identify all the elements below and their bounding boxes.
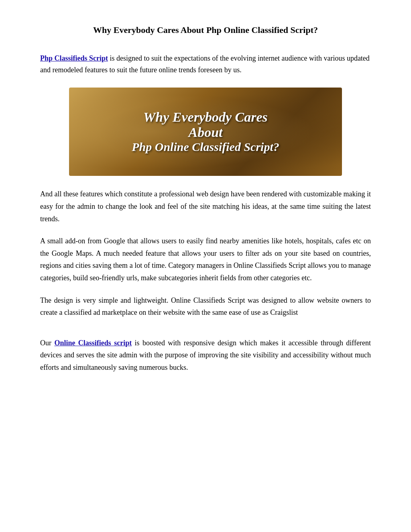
body-paragraph-3: The design is very simple and lightweigh… [40, 294, 371, 319]
page-title: Why Everybody Cares About Php Online Cla… [40, 24, 371, 37]
outro-paragraph: Our Online Classifieds script is boosted… [40, 337, 371, 374]
banner-image: Why Everybody Cares About Php Online Cla… [69, 88, 342, 176]
banner-image-container: Why Everybody Cares About Php Online Cla… [40, 88, 371, 176]
banner-text: Why Everybody Cares About Php Online Cla… [132, 110, 279, 154]
spacer [40, 329, 371, 337]
body-paragraph-1: And all these features which constitute … [40, 188, 371, 225]
banner-line2: About [132, 125, 279, 140]
banner-line3: Php Online Classified Script? [132, 140, 279, 154]
body-paragraph-2: A small add-on from Google that allows u… [40, 235, 371, 284]
php-classifieds-script-link[interactable]: Php Classifieds Script [40, 54, 108, 62]
banner-line1: Why Everybody Cares [132, 110, 279, 125]
outro-prefix: Our [40, 339, 54, 347]
intro-paragraph: Php Classifieds Script is designed to su… [40, 53, 371, 76]
online-classifieds-script-link[interactable]: Online Classifieds script [54, 339, 132, 347]
